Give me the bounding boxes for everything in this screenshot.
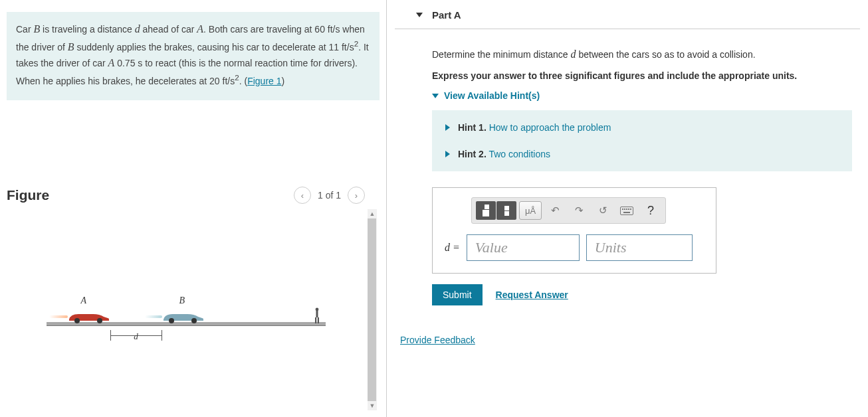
part-a-instruction: Express your answer to three significant… bbox=[432, 70, 852, 81]
undo-button[interactable]: ↶ bbox=[544, 201, 566, 220]
caret-right-icon bbox=[445, 151, 450, 157]
figure-diagram: A B d bbox=[47, 295, 326, 349]
hints-toggle[interactable]: View Available Hint(s) bbox=[432, 90, 852, 101]
svg-point-2 bbox=[169, 318, 174, 323]
part-a-header[interactable]: Part A bbox=[395, 0, 860, 29]
car-b-icon bbox=[161, 310, 206, 323]
units-input[interactable]: Units bbox=[586, 234, 693, 261]
svg-point-3 bbox=[191, 318, 197, 323]
equation-label: d = bbox=[445, 242, 460, 254]
figure-scrollbar[interactable]: ▲ ▼ bbox=[368, 209, 377, 410]
hint-2[interactable]: Hint 2. Two conditions bbox=[440, 141, 844, 167]
figure-header: Figure ‹ 1 of 1 › bbox=[7, 187, 380, 204]
submit-button[interactable]: Submit bbox=[432, 284, 483, 305]
value-input[interactable]: Value bbox=[467, 234, 580, 261]
part-a-prompt: Determine the minimum distance d between… bbox=[432, 46, 852, 62]
template-fraction-button[interactable] bbox=[476, 201, 496, 220]
svg-rect-8 bbox=[621, 207, 633, 214]
svg-rect-6 bbox=[315, 317, 316, 323]
provide-feedback-link[interactable]: Provide Feedback bbox=[400, 335, 475, 345]
problem-statement: Car B is traveling a distance d ahead of… bbox=[7, 12, 380, 100]
svg-point-0 bbox=[74, 318, 80, 323]
left-panel: Car B is traveling a distance d ahead of… bbox=[0, 0, 387, 417]
caret-down-icon bbox=[416, 13, 423, 17]
caret-right-icon bbox=[445, 124, 450, 131]
svg-rect-12 bbox=[628, 208, 629, 210]
svg-rect-11 bbox=[626, 208, 627, 210]
request-answer-link[interactable]: Request Answer bbox=[496, 290, 568, 300]
figure-next-button[interactable]: › bbox=[348, 187, 365, 204]
answer-box: μÅ ↶ ↷ ↺ ? d = Value Units bbox=[432, 187, 716, 274]
figure-link[interactable]: Figure 1 bbox=[247, 76, 281, 86]
svg-point-4 bbox=[315, 308, 318, 311]
svg-rect-5 bbox=[316, 311, 318, 317]
svg-rect-14 bbox=[623, 212, 630, 213]
caret-down-icon bbox=[432, 94, 439, 98]
right-panel: Part A Determine the minimum distance d … bbox=[387, 0, 868, 417]
svg-rect-13 bbox=[630, 208, 631, 210]
answer-toolbar: μÅ ↶ ↷ ↺ ? bbox=[471, 197, 666, 224]
svg-rect-9 bbox=[622, 208, 623, 210]
car-a-icon bbox=[66, 310, 112, 323]
figure-body: A B d ▲ ▼ bbox=[7, 209, 380, 410]
svg-rect-10 bbox=[624, 208, 625, 210]
figure-prev-button[interactable]: ‹ bbox=[294, 187, 311, 204]
figure-pager-label: 1 of 1 bbox=[318, 190, 341, 201]
svg-point-1 bbox=[97, 318, 102, 323]
reset-button[interactable]: ↺ bbox=[592, 201, 613, 220]
redo-button[interactable]: ↷ bbox=[568, 201, 590, 220]
keyboard-button[interactable] bbox=[616, 201, 637, 220]
figure-pager: ‹ 1 of 1 › bbox=[294, 187, 365, 204]
svg-rect-7 bbox=[317, 317, 318, 323]
special-chars-button[interactable]: μÅ bbox=[519, 201, 542, 220]
hint-1[interactable]: Hint 1. How to approach the problem bbox=[440, 114, 844, 141]
template-stack-button[interactable] bbox=[496, 201, 516, 220]
part-a-title: Part A bbox=[432, 9, 461, 21]
figure-title: Figure bbox=[7, 187, 49, 203]
hints-box: Hint 1. How to approach the problem Hint… bbox=[432, 110, 852, 171]
pedestrian-icon bbox=[314, 307, 320, 328]
help-button[interactable]: ? bbox=[640, 201, 661, 220]
car-b-label: B bbox=[179, 295, 185, 306]
distance-label: d bbox=[110, 331, 162, 342]
car-a-label: A bbox=[81, 295, 87, 306]
